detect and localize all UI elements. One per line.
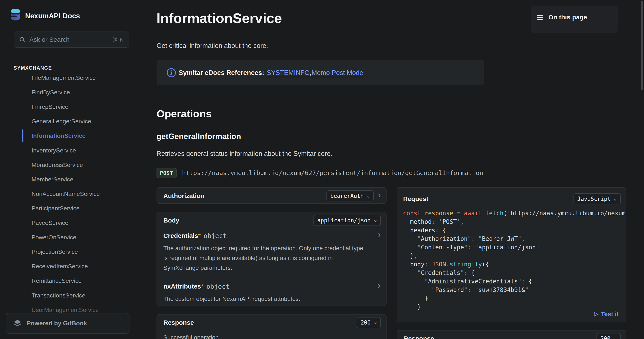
response-preview-panel: Response 200 ⌄: [397, 330, 626, 339]
field-description: The custom object for NexumAPI request a…: [163, 294, 366, 304]
content-type-select[interactable]: application/json ⌄: [314, 215, 381, 226]
chevron-down-icon: ⌄: [613, 334, 617, 339]
page-subtitle: Get critical information about the core.: [156, 42, 268, 50]
response-panel: Response 200 ⌄ Successful operation.: [156, 314, 386, 339]
list-menu-icon: [537, 15, 543, 22]
field-description: The authorization object required for th…: [163, 244, 366, 273]
operations-heading: Operations: [156, 108, 212, 120]
field-type: object: [204, 232, 226, 240]
sidebar-item-informationservice[interactable]: InformationService: [32, 128, 127, 143]
expand-chevron-right-icon[interactable]: ›: [378, 281, 381, 290]
sidebar-item-generalledgerservice[interactable]: GeneralLedgerService: [32, 114, 127, 128]
operation-name-heading: getGeneralInformation: [156, 132, 241, 141]
sidebar-nav: FileManagementServiceFindByServiceFinrep…: [0, 0, 136, 339]
body-title: Body: [163, 217, 179, 224]
info-callout: i Symitar eDocs References: SYSTEMINFO ,…: [156, 60, 484, 86]
callout-link-memo-post-mode[interactable]: Memo Post Mode: [312, 69, 363, 77]
auth-scheme-select[interactable]: bearerAuth ⌄: [326, 190, 374, 202]
endpoint-url: https://naas.ymcu.libum.io/nexum/627/per…: [182, 169, 483, 176]
powered-by-label: Powered by GitBook: [26, 320, 87, 327]
language-select[interactable]: JavaScript ⌄: [574, 193, 621, 204]
request-code: const response = await fetch('https://na…: [403, 209, 626, 311]
active-item-indicator: [22, 129, 24, 142]
sidebar-item-inventoryservice[interactable]: InventoryService: [32, 143, 127, 158]
http-method-badge: POST: [156, 168, 176, 178]
required-asterisk: *: [201, 283, 204, 290]
field-row-nxattributes[interactable]: nxAttributes * object › The custom objec…: [163, 282, 381, 304]
chevron-down-icon: ⌄: [374, 318, 377, 325]
sidebar-item-projectionservice[interactable]: ProjectionService: [32, 245, 127, 259]
on-this-page-button[interactable]: On this page: [531, 6, 618, 33]
sidebar-item-remittanceservice[interactable]: RemittanceService: [32, 274, 127, 288]
play-triangle-icon: ▷: [594, 311, 598, 317]
callout-link-systeminfo[interactable]: SYSTEMINFO: [267, 69, 310, 77]
operation-description: Retrieves general status information abo…: [156, 150, 332, 158]
chevron-down-icon: ⌄: [614, 195, 617, 201]
expand-chevron-right-icon[interactable]: ›: [378, 230, 381, 239]
sidebar: NexumAPI Docs Ask or Search ⌘ K SYMXCHAN…: [0, 0, 136, 339]
response-status-select[interactable]: 200 ⌄: [357, 317, 381, 328]
response-preview-title: Response: [404, 335, 434, 339]
sidebar-item-payeeservice[interactable]: PayeeService: [32, 216, 127, 230]
svg-text:i: i: [170, 70, 172, 76]
request-code-panel: Request JavaScript ⌄ const response = aw…: [397, 188, 626, 322]
callout-lead: Symitar eDocs References:: [179, 69, 264, 77]
body-panel: Body application/json ⌄ Credentials * ob…: [156, 212, 386, 306]
request-title: Request: [403, 195, 428, 202]
sidebar-item-finrepservice[interactable]: FinrepService: [32, 100, 127, 114]
sidebar-item-participantservice[interactable]: ParticipantService: [32, 201, 127, 216]
sidebar-item-findbyservice[interactable]: FindByService: [32, 85, 127, 100]
field-name: nxAttributes: [163, 283, 201, 290]
on-this-page-label: On this page: [548, 14, 587, 21]
info-icon: i: [166, 68, 176, 78]
sidebar-item-transactionsservice[interactable]: TransactionsService: [32, 288, 127, 303]
required-asterisk: *: [198, 232, 200, 239]
response-title: Response: [163, 319, 194, 326]
authorization-panel: Authorization bearerAuth ⌄ ›: [156, 188, 386, 204]
authorization-title: Authorization: [163, 192, 204, 200]
expand-chevron-right-icon[interactable]: ›: [378, 190, 381, 200]
chevron-down-icon: ⌄: [374, 216, 377, 223]
sidebar-item-nonaccountnameservice[interactable]: NonAccountNameService: [32, 187, 127, 201]
field-name: Credentials: [163, 232, 198, 239]
response-preview-status-select[interactable]: 200 ⌄: [596, 333, 620, 339]
field-row-credentials[interactable]: Credentials * object › The authorization…: [163, 231, 381, 273]
page-scrollbar[interactable]: [641, 1, 643, 90]
sidebar-item-poweronservice[interactable]: PowerOnService: [32, 230, 127, 245]
tree-line: [23, 74, 23, 311]
sidebar-item-receiveditemservice[interactable]: ReceivedItemService: [32, 259, 127, 274]
divider: [157, 278, 386, 278]
field-type: object: [206, 283, 229, 290]
page-title: InformationService: [156, 10, 282, 26]
endpoint-row: POST https://naas.ymcu.libum.io/nexum/62…: [156, 167, 483, 179]
sidebar-item-filemanagementservice[interactable]: FileManagementService: [32, 71, 127, 85]
tree-line: [14, 74, 14, 311]
chevron-down-icon: ⌄: [367, 192, 370, 198]
sidebar-item-mbraddressservice[interactable]: MbraddressService: [32, 158, 127, 172]
powered-by-gitbook-link[interactable]: Powered by GitBook: [6, 313, 130, 334]
gitbook-logo-icon: [13, 319, 22, 328]
callout-separator: ,: [310, 69, 312, 77]
sidebar-item-memberservice[interactable]: MemberService: [32, 172, 127, 187]
test-it-button[interactable]: ▷ Test it: [594, 311, 619, 318]
response-description: Successful operation.: [163, 334, 220, 339]
